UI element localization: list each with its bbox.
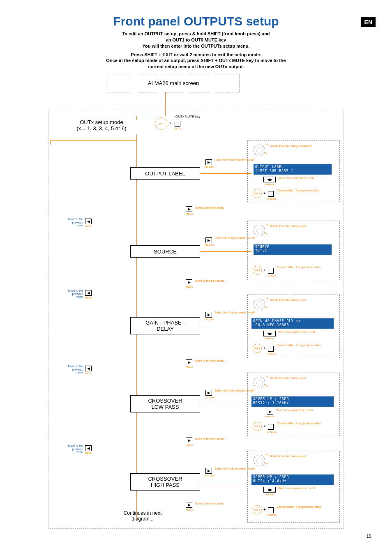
cancel-label: CANCEL [267, 274, 277, 277]
lcd-output-label: OUTPUT LABEL [LEFT SUB-BASS ] [254, 164, 332, 175]
select-new-param: Select new parameter to edit [276, 409, 313, 412]
cancel-label: CANCEL [267, 352, 277, 355]
menu-label: MENU [85, 372, 92, 375]
menu-back-icon: ◀ [85, 366, 92, 371]
menu-label: MENU [85, 297, 92, 299]
intro-line: You will then enter into the OUTPUTs set… [69, 43, 323, 49]
knob-icon [254, 225, 265, 236]
cancel-label: CANCEL [267, 514, 277, 516]
select-new-param: Select new parameter to edit [278, 331, 315, 334]
rotate-val: Rotate knob to change value [270, 377, 307, 380]
lcd-line: SOURCE [255, 245, 330, 249]
lcd-hp: XOVER HP ; FREQ BUT24 ;14.6kHz [251, 474, 334, 485]
menu-xover-hp: CROSSOVER HIGH PASS [130, 473, 200, 491]
param-label: PARAM [205, 244, 214, 246]
cancel-key-icon [268, 424, 274, 430]
menu-back-icon: ◀ [85, 290, 92, 296]
move-prev: Move to the previous menu [65, 365, 83, 374]
cancel-val: Cancel edition / get previous value [277, 344, 321, 347]
continues-text: Continues in next diagram... [114, 510, 171, 522]
param-label: PARAM [265, 415, 274, 418]
intro-line: Once in the setup mode of an output, pre… [69, 58, 323, 64]
move-prev: Move to the previous menu [65, 289, 83, 299]
lcd-line: BES12 ; 1.16kHz [253, 401, 332, 405]
plus-icon: + [263, 191, 266, 196]
move-next: Move to the next menu [195, 359, 224, 363]
menu-label: MENU [186, 366, 193, 368]
intro-line: To edit an OUTPUT setup, press & hold SH… [69, 31, 323, 37]
menu-back-icon: ◀ [85, 219, 92, 224]
main-screen-box: ALMA26 main screen [126, 75, 221, 91]
cancel-label: CANCEL [267, 198, 277, 200]
select-new-char: Select new character to edit [278, 177, 314, 180]
intro-line: Press SHIFT + EXIT or wait 2 minutes to … [69, 52, 323, 58]
shift-icon: SHIFT [253, 189, 262, 198]
menu-label: MENU [186, 444, 193, 447]
hp-line: HIGH PASS [151, 482, 180, 488]
param-label: PARAM [205, 396, 214, 399]
lcd-line: -98.6 NEG 10688 [253, 323, 332, 327]
plus-icon: + [263, 507, 266, 512]
move-prev: Move to the previous menu [65, 444, 83, 454]
param-arrow-icon: ▶ [205, 237, 212, 243]
move-next: Move to the next menu [195, 502, 224, 505]
move-next: Move to the next menu [195, 206, 224, 210]
param-label: PARAM [265, 337, 274, 340]
shift-text: SHIFT [254, 192, 260, 195]
lcd-line: XOVER HP ; FREQ [253, 475, 332, 479]
plus-icon: + [263, 268, 266, 272]
menu-arrow-icon: ▶ [186, 502, 192, 508]
move-prev: Move to the previous menu [65, 218, 83, 227]
param-label: PARAM [205, 166, 214, 168]
plus-icon: + [263, 346, 266, 350]
cancel-key-icon [268, 346, 274, 352]
menu-label: MENU [85, 225, 92, 228]
rotate-char: Rotate knob to change character [270, 145, 312, 148]
cancel-val: Cancel edition / get previous value [277, 422, 321, 425]
menu-output-label: OUTPUT LABEL [130, 167, 200, 180]
param-arrow-icon: ▶ [205, 390, 212, 396]
shift-text: SHIFT [254, 425, 260, 428]
menu-arrow-icon: ▶ [186, 359, 192, 365]
param-arrow-icon: ▶ [267, 409, 273, 415]
lcd-lp: XOVER LP ; FREQ BES12 ; 1.16kHz [251, 396, 334, 407]
param-arrow-icon: ▶ [205, 159, 212, 165]
intro-line: current setup menu of the new OUTx outpu… [69, 64, 323, 70]
lp-line: CROSSOVER [148, 398, 182, 404]
select-new-param: Select new parameter to edit [278, 487, 315, 490]
knob-icon [254, 299, 265, 310]
cancel-label: CANCEL [267, 431, 277, 433]
param-arrows-icon: ◀▶ [263, 487, 276, 493]
menu-label: MENU [186, 509, 193, 511]
knob-icon [254, 377, 265, 388]
rotate-val: Rotate knob to change value [270, 225, 307, 228]
rotate-val: Rotate knob to change value [270, 299, 307, 302]
page-number: 15 [367, 534, 371, 539]
param-arrow-icon: ▶ [205, 468, 212, 474]
lcd-line: XOVER LP ; FREQ [253, 397, 332, 401]
menu-arrow-icon: ▶ [186, 279, 192, 285]
menu-arrow-icon: ▶ [186, 438, 192, 443]
lcd-gpd: GAIN dB PHASE DLY sm -98.6 NEG 10688 [251, 318, 334, 329]
param-arrows-icon: ◀▶ [263, 177, 276, 182]
lp-line: LOW PASS [152, 404, 179, 410]
menu-back-icon: ◀ [85, 445, 92, 451]
cancel-val: Cancel edition / get previous value [277, 266, 321, 269]
param-label: PARAM [205, 318, 214, 321]
move-next: Move to the next menu [195, 438, 224, 441]
intro-line: an OUT1 to OUT6 MUTE key [69, 37, 323, 43]
knob-icon [254, 455, 265, 466]
cancel-key-icon [268, 268, 274, 274]
intro-text: To edit an OUTPUT setup, press & hold SH… [69, 31, 323, 70]
plus-icon: + [263, 424, 266, 428]
param-arrow-icon: ▶ [205, 312, 212, 318]
menu-xover-lp: CROSSOVER LOW PASS [130, 395, 200, 412]
shift-text: SHIFT [254, 509, 260, 511]
shift-icon: SHIFT [253, 505, 262, 514]
shift-icon: SHIFT [253, 344, 262, 353]
lcd-line: IN1+2 [255, 249, 330, 253]
hp-line: CROSSOVER [148, 476, 182, 482]
lcd-line: [LEFT SUB-BASS ] [255, 169, 330, 173]
move-next: Move to the next menu [195, 279, 224, 283]
lcd-line: OUTPUT LABEL [255, 165, 330, 169]
